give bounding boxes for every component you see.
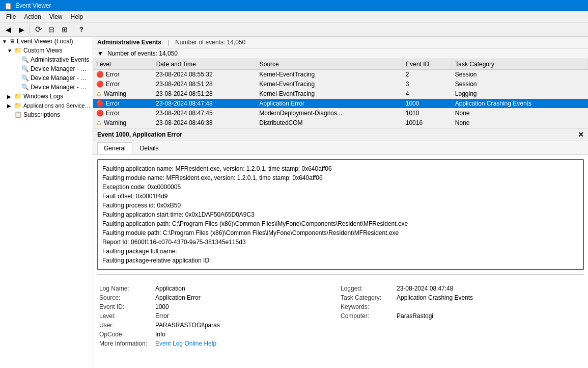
event-text-line-9: Report Id: 0600f116-c070-4370-9a75-38134… (102, 238, 579, 247)
tree-toggle (14, 75, 21, 81)
sidebar: ▼ 🖥 Event Viewer (Local) ▼ 📁 Custom View… (0, 37, 93, 368)
toolbar: ◀ ▶ ⟳ ⊟ ⊞ ? (0, 22, 588, 37)
cell-source: Kernel-EventTracing (256, 70, 402, 80)
main-layout: ▼ 🖥 Event Viewer (Local) ▼ 📁 Custom View… (0, 37, 588, 368)
table-row[interactable]: 🔴Error 23-08-2024 08:47:48 Application E… (93, 99, 588, 109)
refresh-button[interactable]: ⟳ (32, 23, 44, 36)
event-log-online-help-link[interactable]: Event Log Online Help (155, 340, 216, 347)
tree-toggle (14, 57, 21, 63)
subscriptions-icon: 📋 (14, 111, 22, 118)
sidebar-item-device-manager-1[interactable]: 🔍 Device Manager - WD Bl... (0, 64, 93, 73)
properties-button[interactable]: ⊞ (59, 23, 71, 36)
custom-view-icon: 🔍 (21, 65, 29, 72)
meta-row-level: Level: Error Computer: ParasRastogi (99, 312, 582, 320)
custom-view-icon: 🔍 (21, 84, 29, 91)
toolbar-separator-1 (30, 24, 30, 35)
value-level: Error (155, 312, 169, 320)
sidebar-label: Subscriptions (23, 111, 60, 118)
filter-label: Number of events: 14,050 (107, 50, 178, 57)
menu-file[interactable]: File (2, 12, 20, 21)
event-text-line-5: Faulting process id: 0x0xB50 (102, 201, 579, 210)
app-icon: 📋 (4, 2, 12, 10)
forward-button[interactable]: ▶ (15, 23, 27, 36)
meta-col-eventid: Event ID: 1000 (99, 303, 341, 310)
event-detail-title: Event 1000, Application Error (97, 131, 182, 138)
app-title: Event Viewer (15, 2, 51, 9)
cell-eventid: 10016 (403, 118, 452, 128)
table-row[interactable]: 🔴Error 23-08-2024 08:55:32 Kernel-EventT… (93, 70, 588, 80)
custom-view-icon: 🔍 (21, 74, 29, 82)
sidebar-item-app-services[interactable]: ▶ 📁 Applications and Services Lo... (0, 101, 93, 110)
filter-button[interactable]: ⊟ (45, 23, 58, 36)
label-taskcategory: Task Category: (341, 294, 397, 301)
cell-level: 🔴Error (93, 109, 153, 118)
label-moreinfo: More Information: (99, 340, 155, 347)
events-count-separator: | (167, 39, 169, 46)
meta-row-logname: Log Name: Application Logged: 23-08-2024… (99, 285, 582, 292)
meta-col-empty2 (341, 331, 582, 338)
events-table-container[interactable]: Level Date and Time Source Event ID Task… (93, 59, 588, 128)
value-logname: Application (155, 285, 185, 292)
sidebar-item-device-manager-2[interactable]: 🔍 Device Manager - WD Bl... (0, 73, 93, 83)
event-text-line-11: Faulting package-relative application ID… (102, 256, 579, 265)
cell-taskcategory: None (452, 109, 588, 118)
event-text-line-10: Faulting package full name: (102, 247, 579, 256)
cell-source: Kernel-EventTracing (256, 89, 402, 99)
table-row[interactable]: ⚠Warning 23-08-2024 08:46:38 Distributed… (93, 118, 588, 128)
sidebar-item-custom-views[interactable]: ▼ 📁 Custom Views (0, 46, 93, 55)
tab-general[interactable]: General (97, 142, 132, 154)
table-row[interactable]: 🔴Error 23-08-2024 08:51:28 Kernel-EventT… (93, 80, 588, 89)
label-source: Source: (99, 294, 155, 301)
meta-row-user: User: PARASRASTOGI\paras (99, 322, 582, 329)
menu-action[interactable]: Action (20, 12, 45, 21)
value-taskcategory: Application Crashing Events (397, 294, 473, 301)
cell-datetime: 23-08-2024 08:51:28 (153, 80, 256, 89)
table-row[interactable]: ⚠Warning 23-08-2024 08:51:28 Kernel-Even… (93, 89, 588, 99)
tree-toggle: ▼ (7, 48, 14, 54)
col-taskcategory[interactable]: Task Category (452, 59, 588, 70)
col-level[interactable]: Level (93, 59, 153, 70)
folder-icon: 📁 (14, 102, 22, 109)
detail-separator (97, 274, 584, 275)
meta-info: Log Name: Application Logged: 23-08-2024… (93, 281, 588, 353)
meta-col-logname: Log Name: Application (99, 285, 341, 292)
col-source[interactable]: Source (256, 59, 402, 70)
title-bar: 📋 Event Viewer (0, 0, 588, 11)
sidebar-label: Event Viewer (Local) (17, 38, 73, 45)
value-source: Application Error (155, 294, 201, 301)
meta-col-logged: Logged: 23-08-2024 08:47:48 (341, 285, 582, 292)
events-table: Level Date and Time Source Event ID Task… (93, 59, 588, 128)
meta-col-user: User: PARASRASTOGI\paras (99, 322, 341, 329)
sidebar-item-device-manager-3[interactable]: 🔍 Device Manager - WD Bl... (0, 83, 93, 92)
cell-level: 🔴Error (93, 99, 153, 109)
sidebar-item-event-viewer-local[interactable]: ▼ 🖥 Event Viewer (Local) (0, 37, 93, 46)
tree-toggle: ▼ (2, 39, 9, 44)
sidebar-item-windows-logs[interactable]: ▶ 📁 Windows Logs (0, 92, 93, 101)
custom-view-icon: 🔍 (21, 56, 29, 63)
tab-details[interactable]: Details (133, 142, 165, 154)
detail-close-button[interactable]: ✕ (578, 130, 584, 139)
cell-level: 🔴Error (93, 80, 153, 89)
back-button[interactable]: ◀ (2, 23, 14, 36)
table-row[interactable]: 🔴Error 23-08-2024 08:47:45 ModernDeploym… (93, 109, 588, 118)
meta-col-moreinfo: More Information: Event Log Online Help (99, 340, 582, 347)
cell-taskcategory: Application Crashing Events (452, 99, 588, 109)
cell-datetime: 23-08-2024 08:51:28 (153, 89, 256, 99)
sidebar-label: Device Manager - WD Bl... (31, 74, 91, 82)
menu-help[interactable]: Help (67, 12, 88, 21)
menu-view[interactable]: View (45, 12, 67, 21)
menu-bar: File Action View Help (0, 11, 588, 22)
sidebar-item-administrative-events[interactable]: 🔍 Administrative Events (0, 55, 93, 64)
filter-bar: ▼ Number of events: 14,050 (93, 48, 588, 59)
col-eventid[interactable]: Event ID (403, 59, 452, 70)
cell-source: Application Error (256, 99, 402, 109)
sidebar-item-subscriptions[interactable]: 📋 Subscriptions (0, 110, 93, 119)
detail-tabs: General Details (93, 141, 588, 155)
sidebar-label: Custom Views (23, 47, 62, 54)
sidebar-label: Windows Logs (23, 93, 63, 100)
col-datetime[interactable]: Date and Time (153, 59, 256, 70)
meta-row-moreinfo: More Information: Event Log Online Help (99, 340, 582, 347)
label-level: Level: (99, 312, 155, 320)
help-button[interactable]: ? (75, 23, 88, 36)
content-area: Administrative Events | Number of events… (93, 37, 588, 368)
